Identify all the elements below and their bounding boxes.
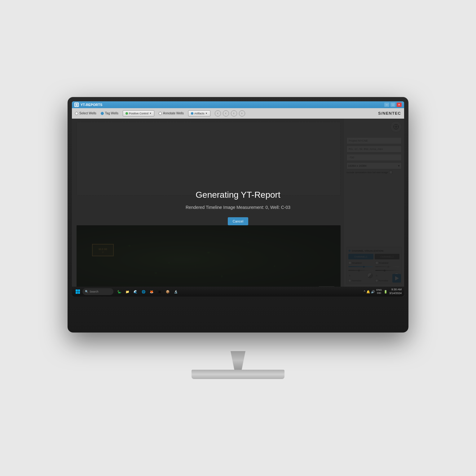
restore-button[interactable]: □ bbox=[390, 103, 395, 107]
monitor-stand-neck bbox=[219, 351, 257, 370]
tag-wells-label: Tag Wells bbox=[105, 112, 118, 115]
taskbar-icon-6[interactable]: ⊞ bbox=[156, 288, 163, 295]
main-content: M.0 00 µ 500µm bbox=[72, 119, 404, 297]
select-wells-radio[interactable] bbox=[75, 112, 78, 115]
monitor: YT-REPORTS ─ □ ✕ Select Wells T bbox=[68, 97, 408, 333]
nav-next-button[interactable]: › bbox=[231, 110, 237, 117]
close-button[interactable]: ✕ bbox=[397, 103, 402, 107]
taskbar-icon-8[interactable]: 🔬 bbox=[172, 288, 179, 295]
nav-next2-button[interactable]: › bbox=[239, 110, 245, 117]
nav-prev-button[interactable]: ‹ bbox=[215, 110, 221, 117]
positive-control-button[interactable]: Positive Control ▼ bbox=[123, 110, 154, 117]
taskbar-search[interactable]: 🔍 Search bbox=[82, 288, 113, 295]
win-logo-cell-2 bbox=[78, 289, 80, 292]
clock-date: 3/14/2024 bbox=[389, 292, 402, 295]
clock-time: 9:30 AM bbox=[389, 288, 402, 292]
win-logo-cell-4 bbox=[78, 292, 80, 294]
window-controls: ─ □ ✕ bbox=[384, 103, 402, 107]
app-title: YT-REPORTS bbox=[81, 103, 102, 107]
artifacts-label: Artifacts bbox=[194, 112, 205, 115]
taskbar-icon-1[interactable]: 🦕 bbox=[116, 288, 123, 295]
network-icon[interactable]: 🔔 bbox=[366, 290, 370, 293]
minimize-button[interactable]: ─ bbox=[384, 103, 389, 107]
annotate-wells-radio[interactable] bbox=[159, 112, 162, 115]
dialog-title: Generating YT-Report bbox=[186, 190, 290, 200]
nav-prev2-button[interactable]: ‹ bbox=[223, 110, 229, 117]
dialog-subtitle: Rendered Timeline Image Measurement: 0, … bbox=[186, 205, 290, 210]
taskbar-icon-3[interactable]: 🌊 bbox=[132, 288, 139, 295]
annotate-wells-item[interactable]: Annotate Wells bbox=[159, 112, 184, 115]
title-bar: YT-REPORTS ─ □ ✕ bbox=[72, 101, 404, 108]
positive-control-label: Positive Control bbox=[129, 112, 148, 115]
taskbar-icon-5[interactable]: 🦊 bbox=[148, 288, 155, 295]
screen-bezel: YT-REPORTS ─ □ ✕ Select Wells T bbox=[72, 101, 404, 297]
artifacts-arrow-icon: ▼ bbox=[205, 112, 208, 114]
tag-wells-item[interactable]: Tag Wells bbox=[101, 112, 118, 115]
lang2-text: DEI bbox=[377, 292, 381, 295]
dialog-content: Generating YT-Report Rendered Timeline I… bbox=[173, 181, 303, 235]
monitor-stand-base bbox=[192, 370, 284, 379]
synentec-logo: S/NENTEC bbox=[378, 111, 401, 116]
taskbar-icons: 🦕 📁 🌊 🌐 🦊 ⊞ 📦 🔬 bbox=[116, 288, 179, 295]
win-logo-cell-1 bbox=[76, 289, 78, 292]
start-button[interactable] bbox=[74, 288, 81, 295]
toolbar: Select Wells Tag Wells Positive Control … bbox=[72, 108, 404, 119]
volume-icon[interactable]: 🔊 bbox=[371, 290, 375, 293]
dialog-cancel-button[interactable]: Cancel bbox=[228, 217, 248, 225]
lang-text: ENG bbox=[377, 289, 382, 292]
select-wells-label: Select Wells bbox=[79, 112, 96, 115]
annotate-wells-label: Annotate Wells bbox=[163, 112, 184, 115]
taskbar-icon-2[interactable]: 📁 bbox=[124, 288, 131, 295]
taskbar-time-area[interactable]: 9:30 AM 3/14/2024 bbox=[389, 288, 402, 295]
search-icon: 🔍 bbox=[85, 290, 88, 293]
app-window: YT-REPORTS ─ □ ✕ Select Wells T bbox=[72, 101, 404, 297]
artifacts-dot bbox=[191, 112, 193, 115]
search-placeholder-text: Search bbox=[90, 290, 99, 293]
select-wells-item[interactable]: Select Wells bbox=[75, 112, 96, 115]
sys-tray-icons: ^ 🔔 🔊 bbox=[364, 290, 375, 293]
app-icon bbox=[74, 103, 79, 107]
taskbar: 🔍 Search 🦕 📁 🌊 🌐 🦊 ⊞ 📦 🔬 bbox=[72, 287, 404, 297]
dialog-overlay: Generating YT-Report Rendered Timeline I… bbox=[72, 119, 404, 297]
dropdown-arrow-icon: ▼ bbox=[149, 112, 152, 114]
artifacts-button[interactable]: Artifacts ▼ bbox=[188, 110, 210, 117]
nav-circles: ‹ ‹ › › bbox=[215, 110, 245, 117]
tag-wells-radio[interactable] bbox=[101, 112, 104, 115]
taskbar-icon-7[interactable]: 📦 bbox=[164, 288, 171, 295]
windows-logo-icon bbox=[76, 289, 80, 294]
win-logo-cell-3 bbox=[76, 292, 78, 294]
taskbar-sys-area: ^ 🔔 🔊 ENG DEI 🔋 9:30 AM 3/14/2024 bbox=[364, 288, 402, 295]
battery-icon: 🔋 bbox=[384, 290, 387, 293]
positive-control-dot bbox=[126, 112, 128, 115]
chevron-up-icon[interactable]: ^ bbox=[364, 290, 365, 293]
taskbar-icon-4[interactable]: 🌐 bbox=[140, 288, 147, 295]
